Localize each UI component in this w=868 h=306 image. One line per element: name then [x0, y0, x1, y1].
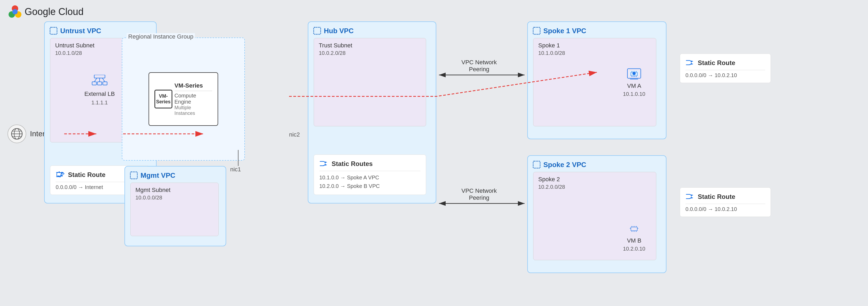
mgmt-vpc: Mgmt VPC Mgmt Subnet 10.0.0.0/28: [124, 166, 226, 246]
spoke2-subnet: Spoke 2 10.2.0.0/28 VM B 10.2.0.10: [533, 172, 656, 260]
spoke2-static-route-title: Static Route: [698, 193, 735, 201]
svg-rect-9: [50, 27, 57, 34]
svg-marker-21: [325, 161, 327, 163]
peering-label-2: VPC NetworkPeering: [450, 187, 508, 201]
svg-rect-20: [314, 27, 321, 34]
svg-rect-38: [631, 227, 637, 231]
spoke1-vpc-label-container: Spoke 1 VPC: [532, 26, 586, 35]
svg-point-26: [632, 72, 636, 75]
vm-a-ip: 10.1.0.10: [623, 91, 645, 97]
svg-rect-15: [97, 82, 102, 85]
vm-series-box: VM- Series VM-Series Compute Engine Mult…: [149, 72, 218, 126]
svg-rect-37: [533, 161, 540, 168]
svg-rect-16: [103, 82, 107, 85]
mgmt-vpc-label-container: Mgmt VPC: [129, 171, 175, 180]
vm-series-outer: Regional Instance Group VM- Series VM-Se…: [122, 37, 245, 161]
spoke2-static-route: Static Route 0.0.0.0/0 → 10.0.2.10: [680, 187, 771, 217]
trust-subnet-label: Trust Subnet: [314, 38, 426, 50]
svg-marker-35: [691, 61, 693, 62]
hub-vpc-label-container: Hub VPC: [313, 26, 353, 35]
vm-b-node: VM B 10.2.0.10: [623, 222, 645, 252]
external-lb-ip: 1.1.1.1: [91, 100, 107, 106]
untrust-vpc-icon: [49, 26, 58, 35]
spoke2-subnet-label: Spoke 2: [533, 172, 656, 184]
svg-marker-18: [62, 175, 63, 177]
vm-series-header: VM- Series VM-Series Compute Engine Mult…: [154, 82, 212, 116]
svg-rect-10: [94, 75, 105, 78]
untrust-vpc-label: Untrust VPC: [49, 26, 101, 35]
vm-b-icon: [626, 222, 642, 236]
spoke1-static-route-title: Static Route: [698, 59, 735, 67]
spoke1-subnet: Spoke 1 10.1.0.0/28 VM A 10.1.0.10: [533, 38, 656, 126]
load-balancer-icon: [92, 75, 107, 88]
mgmt-subnet-ip: 10.0.0.0/28: [131, 195, 218, 201]
peering-label-1: VPC NetworkPeering: [450, 59, 508, 73]
hub-static-routes-title: Static Routes: [319, 159, 421, 169]
vm-b-label: VM B: [627, 237, 641, 244]
vm-b-ip: 10.2.0.10: [623, 246, 645, 252]
spoke2-static-route-value: 0.0.0.0/0 → 10.0.2.10: [685, 206, 765, 212]
spoke2-vpc-label-container: Spoke 2 VPC: [532, 160, 586, 169]
trust-subnet: Trust Subnet 10.0.2.0/28: [314, 38, 426, 126]
route-icon-hub: [319, 159, 329, 169]
vm-a-node: VM A 10.1.0.10: [623, 67, 645, 97]
spoke2-subnet-ip: 10.2.0.0/28: [533, 184, 656, 190]
spoke1-subnet-ip: 10.1.0.0/28: [533, 50, 656, 56]
spoke2-vpc: Spoke 2 VPC Spoke 2 10.2.0.0/28 VM B 10.…: [527, 155, 666, 273]
regional-instance-group-label: Regional Instance Group: [127, 33, 195, 40]
svg-line-13: [102, 78, 105, 82]
peering1-text: VPC NetworkPeering: [461, 59, 497, 72]
vm-series-title: VM-Series: [175, 82, 212, 89]
nic1-label: nic1: [230, 166, 241, 173]
hub-static-routes-row1: 10.1.0.0 → Spoke A VPC: [319, 173, 421, 182]
internet-icon: [7, 124, 26, 143]
trust-subnet-ip: 10.0.2.0/28: [314, 50, 426, 56]
spoke1-static-route: Static Route 0.0.0.0/0 → 10.0.2.10: [680, 54, 771, 83]
spoke2-vpc-icon: [532, 160, 541, 169]
hub-static-routes-row2: 10.2.0.0 → Spoke B VPC: [319, 182, 421, 190]
mgmt-vpc-label: Mgmt VPC: [141, 171, 175, 180]
hub-vpc-label: Hub VPC: [324, 27, 353, 35]
svg-rect-23: [533, 27, 540, 34]
peering2-text: VPC NetworkPeering: [461, 187, 497, 201]
vm-series-text: VM-Series Compute Engine Multiple Instan…: [175, 82, 212, 116]
spoke1-vpc-label: Spoke 1 VPC: [543, 27, 586, 35]
mgmt-subnet: Mgmt Subnet 10.0.0.0/28: [130, 183, 219, 236]
external-lb-label: External LB: [84, 91, 115, 97]
route-icon-spoke2: [685, 192, 695, 202]
logo-text: Google Cloud: [25, 6, 84, 18]
vm-divider: [175, 91, 212, 91]
spoke1-static-route-value: 0.0.0.0/0 → 10.0.2.10: [685, 72, 765, 79]
spoke1-vpc: Spoke 1 VPC Spoke 1 10.1.0.0/28 VM A 1: [527, 22, 666, 139]
svg-point-3: [12, 9, 18, 14]
mgmt-vpc-icon: [129, 171, 138, 180]
svg-marker-47: [691, 194, 693, 196]
hub-vpc: Hub VPC Trust Subnet 10.0.2.0/28 Static …: [308, 22, 436, 204]
route-icon-spoke1: [685, 58, 695, 68]
spoke1-static-route-divider: [685, 70, 765, 70]
vm-a-label: VM A: [627, 83, 641, 89]
svg-marker-22: [325, 164, 327, 166]
spoke1-vpc-icon: [532, 26, 541, 35]
vm-subtitle: Compute Engine: [175, 93, 212, 105]
mgmt-subnet-label: Mgmt Subnet: [131, 183, 218, 195]
hub-static-routes-divider: [319, 171, 421, 171]
google-logo-icon: [8, 5, 22, 19]
logo: Google Cloud: [8, 5, 84, 19]
external-lb: External LB 1.1.1.1: [84, 75, 115, 106]
svg-rect-19: [130, 172, 137, 179]
route-icon-untrust: [56, 170, 65, 180]
hub-static-routes: Static Routes 10.1.0.0 → Spoke A VPC 10.…: [314, 154, 426, 195]
svg-line-11: [94, 78, 97, 82]
globe-icon: [11, 128, 23, 140]
vm-a-icon: [626, 67, 642, 81]
vm-series-icon: VM- Series: [154, 90, 173, 109]
header: Google Cloud: [8, 5, 84, 19]
svg-marker-36: [691, 63, 693, 65]
hub-static-routes-title-text: Static Routes: [332, 160, 373, 167]
hub-vpc-icon: [313, 26, 322, 35]
spoke1-subnet-label: Spoke 1: [533, 38, 656, 50]
svg-marker-48: [691, 197, 693, 198]
nic2-label: nic2: [289, 131, 300, 138]
spoke2-vpc-label: Spoke 2 VPC: [543, 161, 586, 169]
